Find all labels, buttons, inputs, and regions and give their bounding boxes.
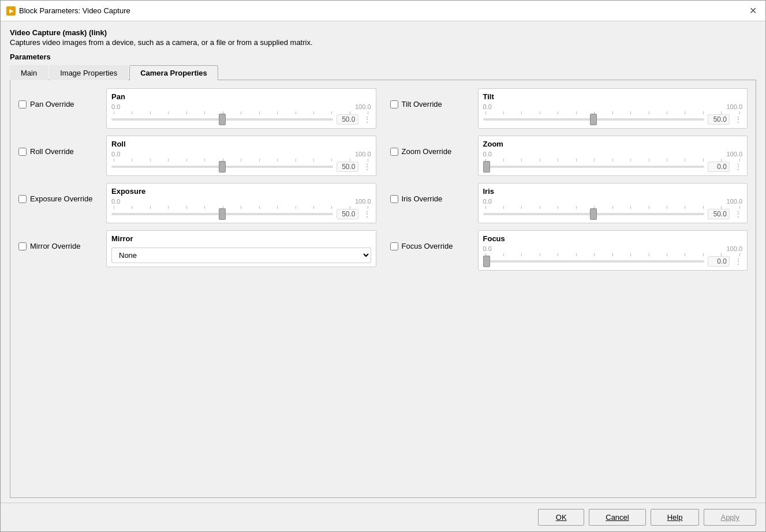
tilt-range: 0.0 100.0 bbox=[483, 103, 743, 110]
ok-button[interactable]: OK bbox=[538, 509, 584, 526]
zoom-slider[interactable] bbox=[483, 166, 705, 168]
apply-button[interactable]: Apply bbox=[704, 509, 756, 526]
iris-value: 50.0 bbox=[708, 209, 730, 219]
zoom-range: 0.0 100.0 bbox=[483, 151, 743, 158]
pan-more-icon[interactable]: ⋮ bbox=[362, 115, 371, 124]
zoom-more-icon[interactable]: ⋮ bbox=[733, 162, 742, 171]
dialog-title: Block Parameters: Video Capture bbox=[19, 6, 130, 15]
zoom-slider-track bbox=[483, 163, 705, 171]
focus-override-checkbox[interactable] bbox=[390, 242, 398, 250]
iris-slider[interactable] bbox=[483, 213, 705, 215]
parameters-label: Parameters bbox=[10, 53, 756, 61]
roll-value: 50.0 bbox=[337, 162, 358, 172]
tilt-more-icon[interactable]: ⋮ bbox=[733, 115, 742, 124]
exposure-slider-track bbox=[111, 210, 333, 218]
focus-override-label: Focus Override bbox=[390, 230, 471, 250]
tilt-slider[interactable] bbox=[483, 118, 705, 121]
iris-override-checkbox[interactable] bbox=[390, 195, 398, 203]
close-button[interactable]: ✕ bbox=[746, 4, 760, 18]
exposure-override-checkbox[interactable] bbox=[18, 195, 27, 203]
tilt-override-label: Tilt Override bbox=[390, 88, 471, 108]
focus-more-icon[interactable]: ⋮ bbox=[733, 257, 742, 266]
exposure-override-label: Exposure Override bbox=[18, 183, 99, 203]
exposure-max: 100.0 bbox=[355, 198, 371, 205]
tab-image-properties[interactable]: Image Properties bbox=[49, 65, 128, 80]
help-button[interactable]: Help bbox=[651, 509, 700, 526]
exposure-range: 0.0 100.0 bbox=[111, 198, 371, 205]
dialog-footer: OK Cancel Help Apply bbox=[1, 503, 765, 531]
pan-slider-row: 50.0 ⋮ bbox=[111, 114, 371, 125]
title-bar-left: ▶ Block Parameters: Video Capture bbox=[6, 6, 130, 16]
iris-slider-box: Iris 0.0 100.0 bbox=[478, 183, 748, 223]
pan-title: Pan bbox=[111, 92, 371, 101]
exposure-slider[interactable] bbox=[111, 213, 333, 215]
tilt-slider-box: Tilt 0.0 100.0 bbox=[478, 88, 748, 129]
roll-slider-box: Roll 0.0 100.0 bbox=[106, 136, 376, 176]
exposure-more-icon[interactable]: ⋮ bbox=[362, 209, 371, 219]
focus-title: Focus bbox=[483, 234, 743, 243]
tilt-override-checkbox[interactable] bbox=[390, 100, 398, 108]
title-bar: ▶ Block Parameters: Video Capture ✕ bbox=[1, 1, 765, 21]
cancel-label: Cancel bbox=[606, 513, 629, 522]
iris-max: 100.0 bbox=[726, 198, 742, 205]
pan-max: 100.0 bbox=[355, 103, 371, 110]
roll-override-text: Roll Override bbox=[30, 147, 74, 156]
focus-slider-track bbox=[483, 257, 705, 265]
zoom-slider-box: Zoom 0.0 100.0 bbox=[478, 136, 748, 176]
tilt-slider-row: 50.0 ⋮ bbox=[483, 114, 743, 125]
tab-main[interactable]: Main bbox=[10, 65, 48, 80]
tilt-slider-track bbox=[483, 115, 705, 123]
focus-override-text: Focus Override bbox=[402, 242, 453, 250]
roll-more-icon[interactable]: ⋮ bbox=[362, 162, 371, 171]
roll-slider-track bbox=[111, 163, 333, 171]
desc-title: Video Capture (mask) (link) bbox=[10, 28, 756, 37]
roll-slider[interactable] bbox=[111, 166, 333, 168]
zoom-override-text: Zoom Override bbox=[402, 147, 452, 156]
zoom-min: 0.0 bbox=[483, 151, 492, 158]
exposure-min: 0.0 bbox=[111, 198, 120, 205]
cancel-button[interactable]: Cancel bbox=[589, 509, 645, 526]
tilt-override-text: Tilt Override bbox=[402, 100, 442, 108]
pan-section: Pan Override Pan 0.0 100.0 bbox=[18, 88, 376, 129]
roll-section: Roll Override Roll 0.0 100.0 bbox=[18, 136, 376, 176]
tilt-section: Tilt Override Tilt 0.0 100.0 bbox=[390, 88, 748, 129]
roll-slider-row: 50.0 ⋮ bbox=[111, 162, 371, 172]
pan-override-checkbox[interactable] bbox=[18, 100, 27, 108]
mirror-box: Mirror None Horizontal Vertical Both bbox=[106, 230, 376, 267]
help-label: Help bbox=[667, 513, 683, 522]
exposure-value: 50.0 bbox=[337, 209, 358, 219]
iris-min: 0.0 bbox=[483, 198, 492, 205]
tab-camera-properties[interactable]: Camera Properties bbox=[129, 65, 218, 80]
mirror-dropdown[interactable]: None Horizontal Vertical Both bbox=[111, 248, 371, 263]
ok-label: OK bbox=[556, 513, 567, 522]
iris-override-text: Iris Override bbox=[402, 194, 443, 203]
tilt-max: 100.0 bbox=[726, 103, 742, 110]
app-icon: ▶ bbox=[6, 6, 16, 16]
pan-slider[interactable] bbox=[111, 118, 333, 121]
mirror-override-checkbox[interactable] bbox=[18, 242, 27, 250]
focus-section: Focus Override Focus 0.0 100.0 bbox=[390, 230, 748, 271]
iris-more-icon[interactable]: ⋮ bbox=[733, 209, 742, 219]
mirror-override-text: Mirror Override bbox=[30, 242, 80, 250]
pan-value: 50.0 bbox=[337, 114, 358, 125]
left-column: Pan Override Pan 0.0 100.0 bbox=[18, 88, 376, 271]
roll-override-checkbox[interactable] bbox=[18, 148, 27, 156]
mirror-override-label: Mirror Override bbox=[18, 230, 99, 250]
zoom-section: Zoom Override Zoom 0.0 100.0 bbox=[390, 136, 748, 176]
tilt-min: 0.0 bbox=[483, 103, 492, 110]
desc-text: Captures video images from a device, suc… bbox=[10, 38, 756, 47]
focus-slider-box: Focus 0.0 100.0 bbox=[478, 230, 748, 271]
focus-slider[interactable] bbox=[483, 260, 705, 263]
roll-title: Roll bbox=[111, 140, 371, 148]
mirror-title: Mirror bbox=[111, 234, 371, 243]
roll-max: 100.0 bbox=[355, 151, 371, 158]
zoom-override-checkbox[interactable] bbox=[390, 148, 398, 156]
focus-value: 0.0 bbox=[708, 256, 730, 267]
iris-section: Iris Override Iris 0.0 100.0 bbox=[390, 183, 748, 223]
focus-max: 100.0 bbox=[726, 245, 742, 252]
pan-override-text: Pan Override bbox=[30, 100, 74, 108]
roll-override-label: Roll Override bbox=[18, 136, 99, 156]
exposure-slider-box: Exposure 0.0 100.0 bbox=[106, 183, 376, 223]
pan-range: 0.0 100.0 bbox=[111, 103, 371, 110]
focus-slider-row: 0.0 ⋮ bbox=[483, 256, 743, 267]
